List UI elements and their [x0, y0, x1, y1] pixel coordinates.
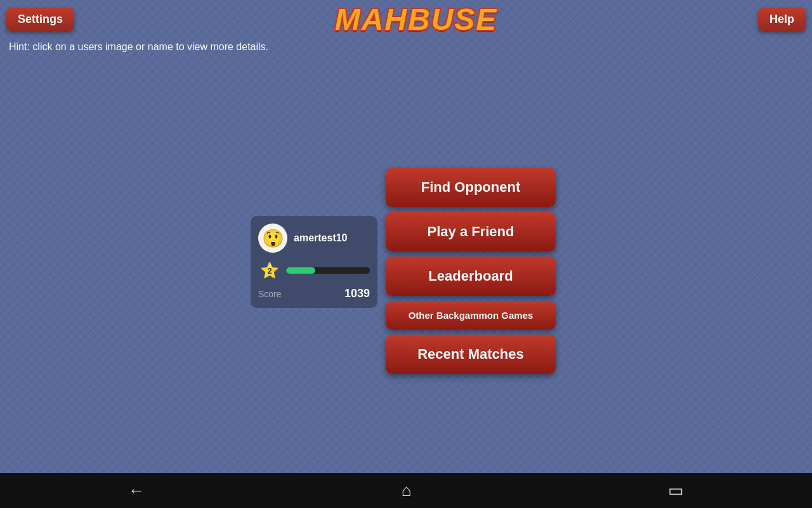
other-games-button[interactable]: Other Backgammon Games	[386, 301, 556, 330]
play-friend-button[interactable]: Play a Friend	[386, 212, 556, 251]
score-value: 1039	[344, 287, 370, 300]
leaderboard-button[interactable]: Leaderboard	[386, 257, 556, 296]
recent-icon[interactable]: ▭	[668, 481, 684, 500]
player-level-row: ⭐2	[258, 259, 370, 282]
menu-buttons: Find Opponent Play a Friend Leaderboard …	[386, 168, 556, 374]
recent-matches-button[interactable]: Recent Matches	[386, 335, 556, 374]
progress-bar-bg	[286, 267, 370, 274]
settings-button[interactable]: Settings	[6, 8, 74, 31]
player-name: amertest10	[294, 232, 348, 244]
help-button[interactable]: Help	[758, 8, 806, 31]
player-header: 😲 amertest10	[258, 224, 370, 253]
level-number: 2	[267, 266, 272, 276]
find-opponent-button[interactable]: Find Opponent	[386, 168, 556, 207]
bottom-bar: ← ⌂ ▭	[0, 473, 812, 508]
home-icon[interactable]: ⌂	[402, 481, 412, 500]
top-bar: Settings MAHBUSE Help	[0, 0, 812, 38]
progress-bar-fill	[286, 267, 315, 274]
avatar: 😲	[258, 224, 287, 253]
player-card[interactable]: 😲 amertest10 ⭐2 Score 1039	[251, 216, 377, 308]
back-icon[interactable]: ←	[128, 481, 145, 500]
app-title: MAHBUSE	[335, 2, 498, 37]
score-row: Score 1039	[258, 287, 370, 300]
avatar-emoji: 😲	[262, 228, 284, 249]
hint-text: Hint: click on a users image or name to …	[9, 41, 268, 53]
score-label: Score	[258, 289, 282, 299]
star-badge: ⭐2	[258, 259, 281, 282]
